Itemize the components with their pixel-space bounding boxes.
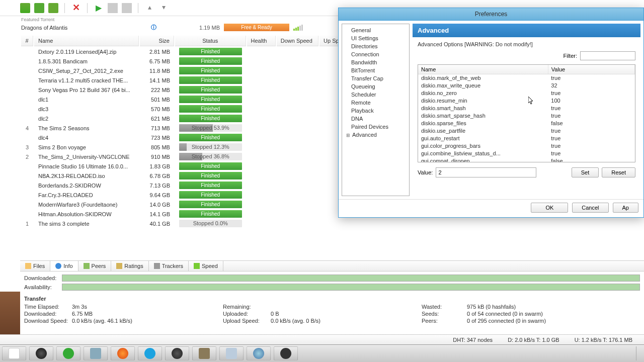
remove-icon[interactable]: ✕ <box>71 3 81 13</box>
reset-button[interactable]: Reset <box>602 167 635 177</box>
taskbar-skype[interactable] <box>138 346 162 360</box>
tab-speed[interactable]: Speed <box>189 261 223 271</box>
taskbar-app1[interactable] <box>29 346 53 360</box>
tree-item[interactable]: Remote <box>344 99 407 107</box>
tab-info[interactable]: Info <box>50 261 78 271</box>
table-row[interactable]: Far.Cry.3-RELOADED9.64 GBFinished <box>21 191 356 199</box>
tree-item[interactable]: Connection <box>344 50 407 58</box>
table-row[interactable]: dlc1501 MBFinished <box>21 95 356 104</box>
advanced-options-table[interactable]: Name Value diskio.mark_of_the_webtruedis… <box>418 64 635 162</box>
table-row[interactable]: dlc4723 MBFinished <box>21 133 356 142</box>
prefs-tree[interactable]: GeneralUI SettingsDirectoriesConnectionB… <box>342 24 410 196</box>
taskbar-app3[interactable] <box>165 346 189 360</box>
option-row[interactable]: diskio.mark_of_the_webtrue <box>418 74 635 82</box>
show-desktop[interactable] <box>636 346 642 360</box>
taskbar-explorer[interactable] <box>2 346 26 360</box>
taskbar-firefox[interactable] <box>111 346 135 360</box>
table-row[interactable]: Terraria v1.1.2 multi5 cracked THE...14.… <box>21 76 356 84</box>
option-row[interactable]: diskio.max_write_queue32 <box>418 82 635 89</box>
tree-item[interactable]: Directories <box>344 42 407 50</box>
tab-label: Speed <box>202 263 218 269</box>
filter-label: Filter: <box>564 53 578 59</box>
separator <box>64 3 65 13</box>
tab-peers[interactable]: Peers <box>78 261 112 271</box>
taskbar-notepad[interactable] <box>219 346 244 360</box>
apply-button[interactable]: Ap <box>613 203 638 213</box>
table-row[interactable]: ModernWarfare3 (Fourdeltaone)14.0 GBFini… <box>21 200 356 209</box>
start-icon[interactable]: ▶ <box>94 3 104 13</box>
tab-files[interactable]: Files <box>20 261 50 271</box>
option-row[interactable]: diskio.smart_sparse_hashtrue <box>418 112 635 120</box>
prefs-title[interactable]: Preferences <box>339 8 643 21</box>
table-row[interactable]: CSIW_Setup_27_Oct_2012_2.exe11.8 MBFinis… <box>21 66 356 75</box>
col-num[interactable]: # <box>21 36 33 46</box>
table-row[interactable]: 3Sims 2 Bon voyage805 MBStopped 12.3% <box>21 143 356 151</box>
header-row[interactable]: # Name Size Status Health Down Speed Up … <box>21 36 356 46</box>
col-status[interactable]: Status <box>175 36 246 46</box>
col-value[interactable]: Value <box>548 65 634 74</box>
tab-trackers[interactable]: Trackers <box>149 261 189 271</box>
table-row[interactable]: Sony Vegas Pro 12 Build 367 (64 bi...222… <box>21 85 356 94</box>
taskbar-gimp[interactable] <box>192 346 216 360</box>
table-row[interactable]: 1The sims 3 complete40.1 GBStopped 0.0% <box>21 219 356 228</box>
option-row[interactable]: gui.auto_restarttrue <box>418 135 635 142</box>
taskbar-steam[interactable] <box>274 346 298 360</box>
col-name[interactable]: Name <box>34 36 139 46</box>
table-row[interactable]: Dxtory 2.0.119 Licensed[A4].zip2.81 MBFi… <box>21 47 356 56</box>
table-row[interactable]: 1.8.5.301 Bandicam6.75 MBFinished <box>21 57 356 65</box>
move-down-icon[interactable]: ▾ <box>158 3 169 13</box>
option-row[interactable]: gui.color_progress_barstrue <box>418 142 635 150</box>
tab-ratings[interactable]: Ratings <box>111 261 148 271</box>
col-name[interactable]: Name <box>418 65 548 74</box>
up-status[interactable]: U: 1.2 kB/s T: 176.1 MB <box>575 337 632 343</box>
tree-item[interactable]: DNA <box>344 115 407 123</box>
tree-item[interactable]: Queueing <box>344 82 407 90</box>
option-row[interactable]: diskio.sparse_filesfalse <box>418 120 635 127</box>
option-row[interactable]: diskio.smart_hashtrue <box>418 105 635 112</box>
table-row[interactable]: Hitman.Absolution-SKIDROW14.1 GBFinished <box>21 210 356 218</box>
down-status[interactable]: D: 2.0 kB/s T: 1.0 GB <box>508 337 559 343</box>
taskbar-safari[interactable] <box>247 346 271 360</box>
option-row[interactable]: diskio.resume_min100 <box>418 97 635 105</box>
set-button[interactable]: Set <box>572 167 599 177</box>
option-row[interactable]: diskio.use_partfiletrue <box>418 127 635 135</box>
dht-status[interactable]: DHT: 347 nodes <box>453 337 493 343</box>
tree-item[interactable]: BitTorrent <box>344 66 407 74</box>
table-row[interactable]: Borderlands.2-SKIDROW7.13 GBFinished <box>21 181 356 190</box>
tree-item[interactable]: Scheduler <box>344 90 407 99</box>
value-input[interactable] <box>436 167 536 177</box>
table-row[interactable]: 2The_Sims_2_University-VNGCLONE910 MBSto… <box>21 152 356 161</box>
table-row[interactable]: Pinnacle Studio 16 Ultimate 16.0.0...1.8… <box>21 162 356 170</box>
tree-item[interactable]: Playback <box>344 107 407 115</box>
ok-button[interactable]: OK <box>531 203 568 213</box>
tree-item[interactable]: Bandwidth <box>344 58 407 66</box>
tree-item[interactable]: General <box>344 26 407 34</box>
table-row[interactable]: dlc2621 MBFinished <box>21 114 356 123</box>
create-torrent-icon[interactable] <box>48 3 58 13</box>
table-row[interactable]: NBA.2K13-RELOADED.iso6.78 GBFinished <box>21 171 356 180</box>
taskbar-app2[interactable] <box>84 346 108 360</box>
tree-item[interactable]: UI Settings <box>344 34 407 42</box>
option-row[interactable]: diskio.no_zerotrue <box>418 89 635 97</box>
col-size[interactable]: Size <box>140 36 174 46</box>
tree-item[interactable]: Paired Devices <box>344 123 407 131</box>
table-row[interactable]: dlc3570 MBFinished <box>21 105 356 113</box>
tree-item[interactable]: Transfer Cap <box>344 74 407 82</box>
add-url-icon[interactable] <box>34 3 44 13</box>
value: 0.0 kB/s (avg. 0 B/s) <box>271 318 422 324</box>
ratings-icon <box>116 263 122 269</box>
filter-input[interactable] <box>580 51 635 60</box>
add-torrent-icon[interactable] <box>20 3 30 13</box>
option-row[interactable]: gui.combine_listview_status_d...true <box>418 150 635 157</box>
col-down[interactable]: Down Speed <box>277 36 318 46</box>
info-icon[interactable]: ⓘ <box>151 24 156 31</box>
move-up-icon[interactable]: ▴ <box>144 3 154 13</box>
option-row[interactable]: gui.compat_diropenfalse <box>418 157 635 163</box>
taskbar-utorrent[interactable] <box>56 346 80 360</box>
tree-item[interactable]: ⊞Advanced <box>344 131 407 139</box>
label: Wasted: <box>422 304 467 310</box>
col-health[interactable]: Health <box>247 36 276 46</box>
value: 0 of 54 connected (0 in swarm) <box>467 311 593 317</box>
table-row[interactable]: 4The Sims 2 Seasons713 MBStopped 53.9% <box>21 124 356 132</box>
cancel-button[interactable]: Cancel <box>572 203 608 213</box>
